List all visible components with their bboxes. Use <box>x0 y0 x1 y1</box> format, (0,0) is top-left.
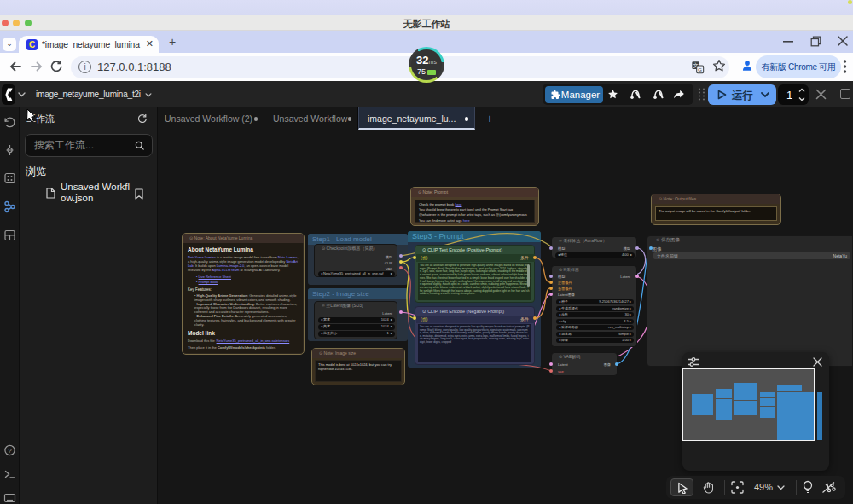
svg-text:G: G <box>698 67 702 72</box>
svg-text:?: ? <box>8 447 12 455</box>
